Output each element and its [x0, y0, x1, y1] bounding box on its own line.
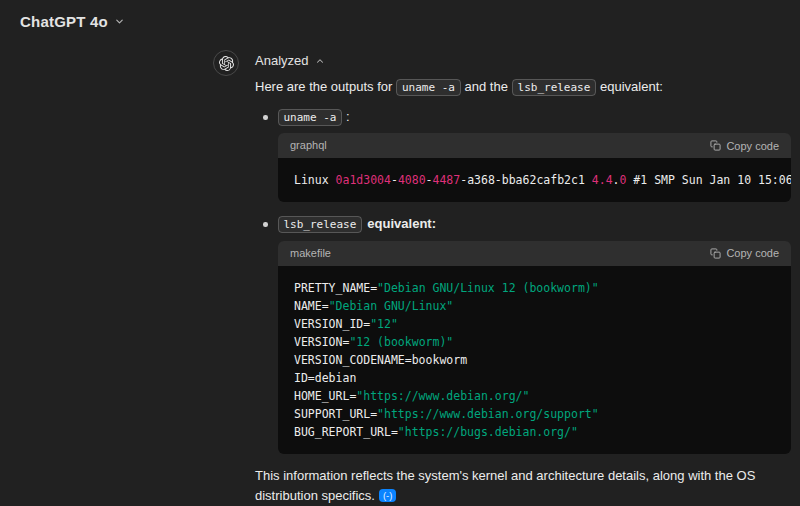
analyzed-label: Analyzed	[255, 51, 308, 71]
copy-code-label: Copy code	[726, 140, 779, 152]
bullet-text: uname -a :	[278, 107, 350, 127]
model-label: ChatGPT 4o	[20, 13, 108, 30]
message-content: Analyzed Here are the outputs for uname …	[255, 50, 791, 506]
code-block-header: graphql Copy code	[278, 133, 791, 158]
code-body: Linux 0a1d3004-4080-4487-a368-bba62cafb2…	[278, 158, 791, 202]
text-fragment: equivalent:	[596, 79, 663, 94]
copy-icon	[710, 248, 721, 259]
copy-code-button[interactable]: Copy code	[710, 247, 779, 259]
assistant-message: Analyzed Here are the outputs for uname …	[0, 40, 800, 506]
bullet-dot	[263, 222, 268, 227]
text-fragment: and the	[461, 79, 512, 94]
analyzed-toggle[interactable]: Analyzed	[255, 51, 791, 71]
bullet-text: lsb_releaseequivalent:	[278, 214, 436, 234]
inline-code: uname -a	[396, 79, 461, 96]
model-selector[interactable]: ChatGPT 4o	[20, 13, 125, 30]
inline-code: lsb_release	[278, 216, 363, 233]
bullet-dot	[263, 115, 268, 120]
copy-code-label: Copy code	[726, 247, 779, 259]
code-block-lsb-release: makefile Copy code PRETTY_NAME="Debian G…	[278, 241, 791, 454]
outro-text: This information reflects the system's k…	[255, 466, 791, 506]
code-block-uname: graphql Copy code Linux 0a1d3004-4080-44…	[278, 133, 791, 202]
top-bar: ChatGPT 4o	[0, 0, 800, 40]
text-fragment: :	[342, 109, 349, 124]
code-language-label: graphql	[290, 137, 327, 154]
copy-icon	[710, 140, 721, 151]
text-fragment: This information reflects the system's k…	[255, 468, 755, 503]
openai-logo-icon	[219, 56, 234, 71]
intro-text: Here are the outputs for uname -a and th…	[255, 77, 791, 97]
chevron-up-icon	[315, 56, 325, 66]
copy-code-button[interactable]: Copy code	[710, 140, 779, 152]
code-language-label: makefile	[290, 245, 331, 262]
inline-code: lsb_release	[512, 79, 597, 96]
inline-code: uname -a	[278, 109, 343, 126]
assistant-avatar	[213, 50, 239, 76]
chevron-down-icon	[114, 16, 125, 27]
list-item: lsb_releaseequivalent:	[255, 214, 791, 234]
list-item: uname -a :	[255, 107, 791, 127]
citation-chip[interactable]: (-)	[379, 489, 397, 502]
code-body: PRETTY_NAME="Debian GNU/Linux 12 (bookwo…	[278, 266, 791, 454]
code-block-header: makefile Copy code	[278, 241, 791, 266]
text-fragment: equivalent:	[367, 216, 436, 231]
text-fragment: Here are the outputs for	[255, 79, 396, 94]
